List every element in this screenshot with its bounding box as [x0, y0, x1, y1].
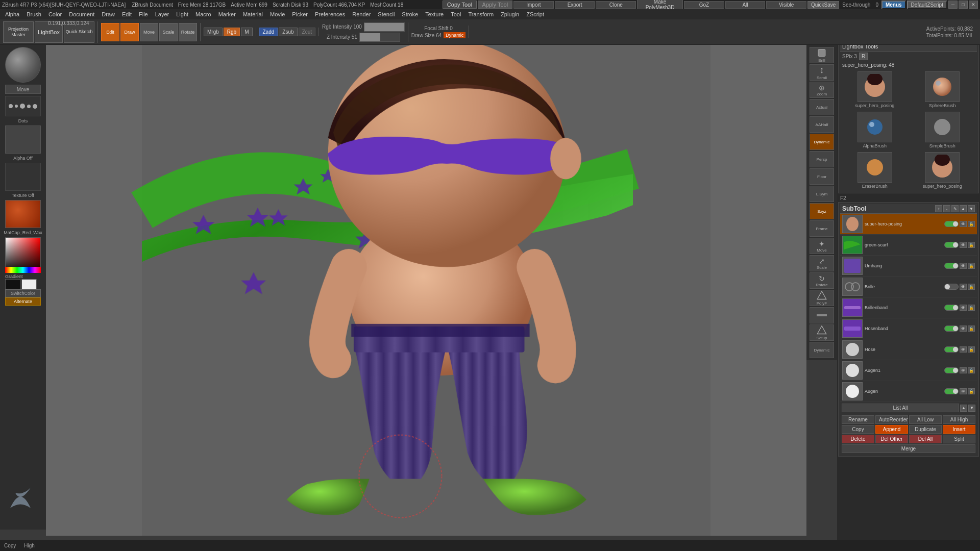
edit-button[interactable]: Edit — [101, 23, 119, 41]
menus-button[interactable]: Menus — [881, 1, 906, 9]
canvas-area[interactable] — [46, 45, 806, 536]
subtool-item-scarf[interactable]: green-scarf 👁 🔒 — [840, 235, 977, 256]
nav-frame-button[interactable]: Frame — [810, 220, 834, 237]
subtool-toggle-brille[interactable] — [944, 284, 959, 290]
brush-preview[interactable] — [5, 47, 41, 83]
subtool-icon-4[interactable]: ▲ — [960, 205, 967, 212]
subtool-lock-hosenband[interactable]: 🔒 — [968, 325, 975, 332]
export-button[interactable]: Export — [555, 1, 595, 9]
subtool-eye-hose[interactable]: 👁 — [960, 346, 967, 353]
subtool-icon-2[interactable]: - — [943, 205, 950, 212]
subtool-eye-augen[interactable]: 👁 — [960, 388, 967, 394]
copy-tool-button[interactable]: Copy Tool — [443, 1, 477, 9]
subtool-lock-brille[interactable]: 🔒 — [968, 284, 975, 290]
menu-file[interactable]: File — [136, 11, 151, 18]
delete-button[interactable]: Delete — [842, 435, 874, 443]
nav-floor-button[interactable]: Floor — [810, 168, 834, 185]
all-high-button[interactable]: All High — [943, 415, 975, 424]
menu-texture[interactable]: Texture — [422, 11, 447, 18]
nav-brill-button[interactable]: Brill — [810, 47, 834, 63]
swatch-black[interactable] — [5, 279, 20, 289]
nav-sxyz-button[interactable]: Sxyz — [810, 203, 834, 219]
subtool-lock-augen1[interactable]: 🔒 — [968, 367, 975, 373]
menu-zplugin[interactable]: Zplugin — [498, 11, 522, 18]
z-intensity-slider[interactable] — [359, 33, 400, 42]
zsub-button[interactable]: Zsub — [279, 28, 297, 36]
menu-tool[interactable]: Tool — [448, 11, 464, 18]
del-all-button[interactable]: Del All — [909, 435, 942, 443]
material-preview[interactable] — [5, 200, 41, 228]
merge-button[interactable]: Merge — [842, 444, 975, 453]
nav-local-button[interactable]: L.Sym — [810, 186, 834, 202]
menu-layer[interactable]: Layer — [152, 11, 173, 18]
del-other-button[interactable]: Del Other — [875, 435, 908, 443]
menu-stencil[interactable]: Stencil — [375, 11, 398, 18]
brush-move-button[interactable]: Move — [5, 85, 41, 94]
nav-actual-button[interactable]: Actual — [810, 99, 834, 115]
goz-button[interactable]: GoZ — [684, 1, 724, 9]
window-maximize-icon[interactable]: □ — [959, 1, 968, 9]
subtool-item-main[interactable]: super-hero-posing 👁 🔒 — [840, 214, 977, 235]
menu-marker[interactable]: Marker — [215, 11, 239, 18]
draw-button[interactable]: Draw — [120, 23, 139, 41]
subtool-eye-brille[interactable]: 👁 — [960, 284, 967, 290]
subtool-icon-1[interactable]: + — [935, 205, 942, 212]
menu-light[interactable]: Light — [173, 11, 191, 18]
subtool-eye-brillenband[interactable]: 👁 — [960, 305, 967, 311]
menu-document[interactable]: Document — [66, 11, 97, 18]
alpha-preview[interactable] — [5, 126, 41, 154]
projection-master-button[interactable]: Projection Master — [3, 21, 34, 43]
rgb-intensity-slider[interactable] — [364, 22, 405, 32]
menu-picker[interactable]: Picker — [289, 11, 311, 18]
window-close-icon[interactable]: ✕ — [969, 1, 978, 9]
nav-dynamic-button[interactable]: Dynamic — [810, 134, 834, 150]
nav-move-nav-button[interactable]: ✦ Move — [810, 238, 834, 254]
brush-item-eraser[interactable]: EraserBrush — [842, 151, 908, 190]
nav-aahalf-button[interactable]: AAHalf — [810, 116, 834, 133]
subtool-eye-hosenband[interactable]: 👁 — [960, 325, 967, 332]
subtool-toggle-vis-1[interactable] — [944, 221, 959, 227]
subtool-toggle-hosenband[interactable] — [944, 325, 959, 332]
subtool-lock-2[interactable]: 🔒 — [968, 242, 975, 248]
subtool-item-hosenband[interactable]: Hosenband 👁 🔒 — [840, 318, 977, 339]
menu-draw[interactable]: Draw — [99, 11, 118, 18]
menu-color[interactable]: Color — [45, 11, 65, 18]
subtool-toggle-augen1[interactable] — [944, 367, 959, 373]
menu-transform[interactable]: Transform — [465, 11, 497, 18]
subtool-item-augen1[interactable]: Augen1 👁 🔒 — [840, 360, 977, 381]
nav-rotate-nav-button[interactable]: ↻ Rotate — [810, 272, 834, 289]
subtool-lock-brillenband[interactable]: 🔒 — [968, 305, 975, 311]
subtool-eye-1[interactable]: 👁 — [960, 221, 967, 227]
list-all-button[interactable]: List All — [842, 404, 959, 412]
menu-material[interactable]: Material — [240, 11, 266, 18]
move-button[interactable]: Move — [140, 23, 158, 41]
subtool-icon-5[interactable]: ▼ — [968, 205, 975, 212]
brush-item-superhero[interactable]: super_hero_posing — [842, 70, 908, 109]
menu-alpha[interactable]: Alpha — [2, 11, 22, 18]
menu-movie[interactable]: Movie — [267, 11, 288, 18]
brush-item-sphere[interactable]: SphereBrush — [910, 70, 976, 109]
menu-render[interactable]: Render — [349, 11, 374, 18]
menu-preferences[interactable]: Preferences — [312, 11, 348, 18]
subtool-lock-hose[interactable]: 🔒 — [968, 346, 975, 353]
switch-color-button[interactable]: SwitchColor — [5, 289, 41, 297]
nav-setup-button[interactable]: Setup — [810, 324, 834, 341]
subtool-item-brille[interactable]: Brille 👁 🔒 — [840, 277, 977, 297]
rename-button[interactable]: Rename — [842, 415, 874, 424]
subtool-item-augen[interactable]: Augen 👁 🔒 — [840, 381, 977, 402]
list-all-icon-2[interactable]: ▼ — [968, 405, 975, 412]
brush-item-simple[interactable]: SimpleBrush — [910, 111, 976, 149]
m-button[interactable]: M — [241, 28, 252, 36]
texture-preview[interactable] — [5, 163, 41, 191]
mrgb-button[interactable]: Mrgb — [204, 28, 223, 36]
color-hue-slider[interactable] — [5, 267, 41, 273]
subtool-item-umhang[interactable]: Umhang 👁 🔒 — [840, 256, 977, 277]
zadd-button[interactable]: Zadd — [259, 28, 278, 36]
insert-button[interactable]: Insert — [943, 425, 975, 434]
rgb-button[interactable]: Rgb — [224, 28, 240, 36]
subtool-toggle-brillenband[interactable] — [944, 305, 959, 311]
subtool-toggle-umhang[interactable] — [944, 263, 959, 269]
subtool-icon-3[interactable]: ✎ — [951, 205, 959, 212]
brush-item-superhero2[interactable]: super_hero_posing — [910, 151, 976, 190]
brush-item-alpha[interactable]: AlphaBrush — [842, 111, 908, 149]
